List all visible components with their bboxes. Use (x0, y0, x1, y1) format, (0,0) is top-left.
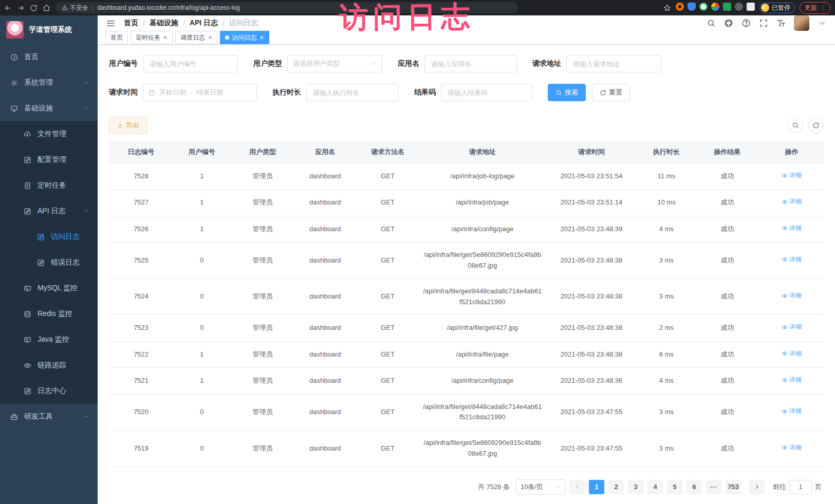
sidebar-item-config-management[interactable]: 配置管理 (0, 147, 98, 173)
detail-link[interactable]: 详细 (782, 406, 802, 416)
white-puzzle-extension-icon[interactable] (747, 3, 755, 11)
tab-access-log[interactable]: 访问日志✕ (220, 31, 269, 44)
reset-button[interactable]: 重置 (592, 84, 630, 101)
column-header: 用户类型 (230, 141, 294, 163)
kebab-menu-icon[interactable]: ⋮ (820, 5, 826, 11)
sidebar-item-mysql-monitor[interactable]: MySQL 监控 (0, 275, 98, 301)
green-circle-extension-icon[interactable] (699, 3, 708, 11)
close-tab-icon[interactable]: ✕ (208, 34, 212, 41)
request-url-input[interactable] (566, 55, 661, 72)
breadcrumb-item[interactable]: 基础设施 (150, 18, 178, 28)
browser-forward-icon[interactable] (17, 4, 25, 12)
detail-link[interactable]: 详细 (782, 197, 802, 207)
browser-back-icon[interactable] (4, 4, 12, 12)
breadcrumb-item[interactable]: 首页 (124, 18, 138, 28)
goto-page-input[interactable] (789, 480, 812, 494)
next-page-button[interactable] (749, 480, 765, 494)
question-circle-icon[interactable] (741, 18, 751, 28)
page-button-5[interactable]: 5 (667, 480, 682, 494)
browser-reload-icon[interactable] (30, 4, 38, 12)
search-button[interactable]: 搜索 (548, 84, 586, 101)
detail-link[interactable]: 详细 (782, 255, 802, 265)
sidebar-item-error-log[interactable]: 错误日志 (0, 250, 98, 275)
sidebar-item-trace[interactable]: 链路追踪 (0, 352, 98, 378)
chevron-down-icon[interactable] (818, 18, 827, 28)
user-id-input[interactable] (143, 55, 238, 72)
search-icon[interactable] (707, 18, 716, 28)
eye-icon (782, 444, 788, 451)
paused-badge[interactable]: 已暂停 (759, 3, 795, 13)
detail-link[interactable]: 详细 (782, 375, 802, 385)
green-badge-extension-icon[interactable] (723, 3, 731, 11)
request-time-daterange[interactable]: 开始日期-结束日期 (143, 84, 257, 101)
orange-ring-extension-icon[interactable] (676, 3, 684, 11)
toggle-search-button[interactable] (788, 118, 803, 133)
user-avatar[interactable] (794, 15, 809, 31)
page-size-select[interactable]: 10条/页 (516, 479, 565, 495)
gray-key-extension-icon[interactable] (735, 3, 743, 11)
export-button[interactable]: 导出 (109, 117, 147, 134)
page-button-2[interactable]: 2 (608, 480, 624, 494)
sidebar-item-infrastructure[interactable]: 基础设施 (0, 96, 98, 121)
page-button-6[interactable]: 6 (686, 480, 702, 494)
detail-link[interactable]: 详细 (782, 349, 802, 359)
prev-page-button[interactable] (569, 480, 585, 494)
page-button-1[interactable]: 1 (589, 480, 604, 494)
update-button[interactable]: 更新⋮ (800, 2, 831, 14)
github-icon[interactable] (724, 18, 733, 28)
edit-icon (37, 233, 45, 241)
breadcrumb-item[interactable]: API 日志 (190, 18, 218, 28)
sidebar-item-log-center[interactable]: 日志中心 (0, 378, 98, 404)
more-pages-button[interactable]: ··· (706, 480, 721, 494)
close-tab-icon[interactable]: ✕ (259, 34, 264, 41)
sidebar-item-access-log[interactable]: 访问日志 (0, 224, 98, 250)
browser-home-icon[interactable] (43, 4, 50, 12)
app-logo[interactable]: 芋道管理系统 (0, 15, 98, 44)
sidebar-item-java-monitor[interactable]: Java 监控 (0, 327, 98, 352)
tab-job[interactable]: 定时任务✕ (131, 31, 173, 44)
bookmark-star-icon[interactable] (663, 4, 671, 12)
close-tab-icon[interactable]: ✕ (163, 34, 168, 41)
table-row: 75240管理员dashboardGET/api/infra/file/get/… (109, 278, 824, 315)
page-button-3[interactable]: 3 (628, 480, 643, 494)
eye-icon (782, 377, 788, 383)
text-size-icon[interactable] (776, 18, 786, 28)
table-toolbar: 导出 (98, 115, 835, 141)
page-button-753[interactable]: 753 (726, 480, 741, 494)
detail-link[interactable]: 详细 (782, 443, 802, 453)
refresh-table-button[interactable] (808, 118, 824, 133)
sidebar-item-home[interactable]: 首页 (0, 44, 98, 70)
detail-link[interactable]: 详细 (782, 171, 802, 180)
blue-shield-extension-icon[interactable] (688, 3, 696, 11)
detail-link[interactable]: 详细 (782, 322, 802, 332)
column-header: 请求方法名 (356, 141, 420, 163)
chevron-up-icon (83, 208, 89, 214)
sidebar-item-system-management[interactable]: 系统管理 (0, 70, 98, 96)
detail-link[interactable]: 详细 (782, 223, 802, 233)
chevron-down-icon (83, 414, 89, 420)
page-button-4[interactable]: 4 (647, 480, 663, 494)
filter-item-app-name: 应用名 (398, 55, 517, 72)
duration-input[interactable] (306, 84, 399, 101)
result-code-input[interactable] (441, 84, 532, 101)
detail-link[interactable]: 详细 (782, 291, 802, 301)
hamburger-icon[interactable] (106, 18, 116, 28)
request-url-cell: /api/infra/file/get/8448cada8c714e4ab61f… (420, 394, 545, 431)
sidebar-item-api-log[interactable]: API 日志 (0, 198, 98, 224)
sidebar-item-scheduled-tasks[interactable]: 定时任务 (0, 173, 98, 198)
emoji-face-icon (761, 4, 769, 12)
filter-item-request-time: 请求时间开始日期-结束日期 (109, 84, 257, 101)
tab-home[interactable]: 首页 (105, 31, 128, 44)
not-secure-warning[interactable]: 不安全 (62, 4, 88, 12)
fullscreen-icon[interactable] (759, 18, 768, 28)
sidebar-item-dev-tools[interactable]: 研发工具 (0, 404, 98, 430)
sidebar-item-file-management[interactable]: 文件管理 (0, 121, 98, 147)
table-row: 75261管理员dashboardGET/api/infra/config/pa… (109, 216, 824, 242)
user-type-select[interactable]: 请选择用户类型 (287, 55, 382, 72)
browser-url-bar[interactable]: 不安全 | dashboard.yudao.iocoder.cn/infra/l… (55, 2, 518, 13)
app-name-input[interactable] (424, 55, 517, 72)
puzzle-colored-extension-icon[interactable] (711, 3, 719, 11)
sidebar-item-redis-monitor[interactable]: Redis 监控 (0, 301, 98, 327)
table-row: 75221管理员dashboardGET/api/infra/file/page… (109, 341, 824, 367)
tab-job-log[interactable]: 调度日志✕ (175, 31, 217, 44)
